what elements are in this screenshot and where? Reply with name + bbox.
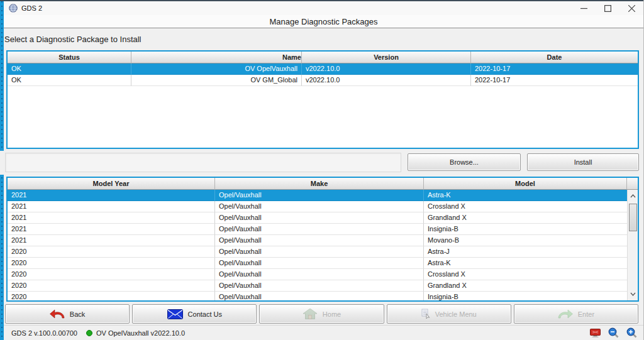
app-version-label: GDS 2 v.100.0.00700 [11, 329, 77, 337]
vehicle-row[interactable]: 2021Opel/VauxhallCrossland X [8, 201, 627, 212]
screen-icon[interactable] [590, 329, 601, 337]
vehicle-row[interactable]: 2021Opel/VauxhallMovano-B [8, 235, 627, 246]
cell-make: Opel/Vauxhall [215, 258, 424, 269]
home-button[interactable]: Home [259, 304, 384, 324]
cell-status: OK [8, 75, 131, 86]
vehicle-row[interactable]: 2021Opel/VauxhallAstra-K [8, 190, 627, 201]
vehicle-row[interactable]: 2020Opel/VauxhallCrossland X [8, 269, 627, 280]
package-row[interactable]: OKOV GM_Globalv2022.10.02022-10-17 [8, 75, 638, 86]
packages-table-header: Status Name Version Date [8, 52, 638, 63]
cell-make: Opel/Vauxhall [215, 224, 424, 235]
column-header-name[interactable]: Name [131, 52, 302, 63]
column-header-version[interactable]: Version [302, 52, 471, 63]
active-package-label: OV OpelVauxhall v2022.10.0 [96, 329, 185, 337]
zoom-in-icon[interactable] [626, 327, 637, 338]
cell-year: 2021 [8, 201, 215, 212]
cell-date: 2022-10-17 [471, 63, 638, 75]
vehicle-row[interactable]: 2020Opel/VauxhallInsignia-B [8, 292, 627, 300]
column-header-make[interactable]: Make [215, 178, 424, 190]
cell-model: Astra-K [424, 258, 627, 269]
cell-make: Opel/Vauxhall [215, 235, 424, 246]
back-button[interactable]: Back [5, 304, 130, 324]
vehicle-row[interactable]: 2021Opel/VauxhallInsignia-B [8, 224, 627, 235]
contact-us-button[interactable]: Contact Us [132, 304, 257, 324]
cell-model: Astra-J [424, 246, 627, 258]
cell-year: 2020 [8, 246, 215, 258]
cell-version: v2022.10.0 [302, 63, 471, 75]
home-button-label: Home [323, 310, 341, 318]
cell-year: 2021 [8, 212, 215, 224]
vehicles-table-header: Model Year Make Model [8, 178, 638, 190]
cell-model: Movano-B [424, 235, 627, 246]
package-row[interactable]: OKOV OpelVauxhallv2022.10.02022-10-17 [8, 63, 638, 75]
vehicle-row[interactable]: 2020Opel/VauxhallAstra-K [8, 258, 627, 269]
scroll-up-icon[interactable] [628, 191, 638, 201]
vehicle-row[interactable]: 2020Opel/VauxhallAstra-J [8, 246, 627, 258]
vehicles-table: Model Year Make Model 2021Opel/VauxhallA… [6, 177, 639, 302]
zoom-out-icon[interactable] [608, 327, 619, 338]
enter-button[interactable]: Enter [514, 304, 638, 324]
vehicle-menu-icon [421, 309, 430, 319]
cell-make: Opel/Vauxhall [215, 269, 424, 280]
page-header: Manage Diagnostic Packages [4, 15, 643, 28]
app-icon [9, 4, 18, 13]
bottom-toolbar: Back Contact Us Home [0, 304, 643, 324]
cell-model: Crossland X [424, 269, 627, 280]
column-header-model-year[interactable]: Model Year [8, 178, 215, 190]
back-arrow-icon [50, 309, 65, 319]
title-bar: GDS 2 [4, 1, 643, 15]
cell-make: Opel/Vauxhall [215, 190, 424, 201]
column-header-model[interactable]: Model [424, 178, 627, 190]
cell-year: 2020 [8, 292, 215, 300]
packages-table-body: OKOV OpelVauxhallv2022.10.02022-10-17OKO… [8, 63, 638, 86]
install-button-label: Install [574, 158, 592, 166]
gds2-window: GDS 2 Manage Diagnostic Packages Select … [0, 0, 644, 340]
package-actions-band: Browse... Install [0, 151, 643, 175]
cell-year: 2020 [8, 258, 215, 269]
close-button[interactable] [619, 1, 643, 15]
cell-year: 2020 [8, 269, 215, 280]
cell-model: Grandland X [424, 212, 627, 224]
vehicles-scrollbar[interactable] [627, 190, 638, 300]
cell-model: Insignia-B [424, 292, 627, 300]
minimize-button[interactable] [572, 1, 596, 15]
vehicle-menu-button[interactable]: Vehicle Menu [387, 304, 511, 324]
cell-name: OV GM_Global [131, 75, 302, 86]
install-button[interactable]: Install [527, 153, 639, 171]
home-icon [303, 309, 318, 319]
vehicles-table-body: 2021Opel/VauxhallAstra-K2021Opel/Vauxhal… [8, 190, 627, 300]
scrollbar-thumb[interactable] [629, 204, 637, 231]
cell-model: Astra-K [424, 190, 627, 201]
column-header-scroll-spacer [627, 178, 638, 190]
vehicle-row[interactable]: 2021Opel/VauxhallGrandland X [8, 212, 627, 224]
cell-model: Grandland X [424, 280, 627, 292]
cell-version: v2022.10.0 [302, 75, 471, 86]
status-bar: GDS 2 v.100.0.00700 OV OpelVauxhall v202… [4, 325, 643, 340]
browse-button[interactable]: Browse... [408, 153, 521, 171]
cell-year: 2020 [8, 280, 215, 292]
cell-year: 2021 [8, 190, 215, 201]
cell-model: Insignia-B [424, 224, 627, 235]
status-bar-icons [590, 327, 643, 338]
cell-model: Crossland X [424, 201, 627, 212]
vehicle-row[interactable]: 2020Opel/VauxhallGrandland X [8, 280, 627, 292]
packages-table: Status Name Version Date OKOV OpelVauxha… [6, 50, 639, 149]
cell-make: Opel/Vauxhall [215, 212, 424, 224]
enter-button-label: Enter [578, 310, 594, 318]
browse-button-label: Browse... [450, 158, 479, 166]
cell-make: Opel/Vauxhall [215, 280, 424, 292]
page-title: Manage Diagnostic Packages [270, 17, 378, 26]
cell-name: OV OpelVauxhall [131, 63, 302, 75]
enter-arrow-icon [558, 309, 573, 319]
maximize-button[interactable] [596, 1, 619, 15]
vehicle-menu-button-label: Vehicle Menu [435, 310, 477, 318]
cell-make: Opel/Vauxhall [215, 201, 424, 212]
column-header-status[interactable]: Status [8, 52, 131, 63]
cell-make: Opel/Vauxhall [215, 292, 424, 300]
cell-status: OK [8, 63, 131, 75]
window-controls [572, 1, 643, 15]
column-header-date[interactable]: Date [471, 52, 638, 63]
window-title: GDS 2 [21, 4, 42, 12]
scroll-down-icon[interactable] [628, 289, 638, 299]
cell-year: 2021 [8, 235, 215, 246]
